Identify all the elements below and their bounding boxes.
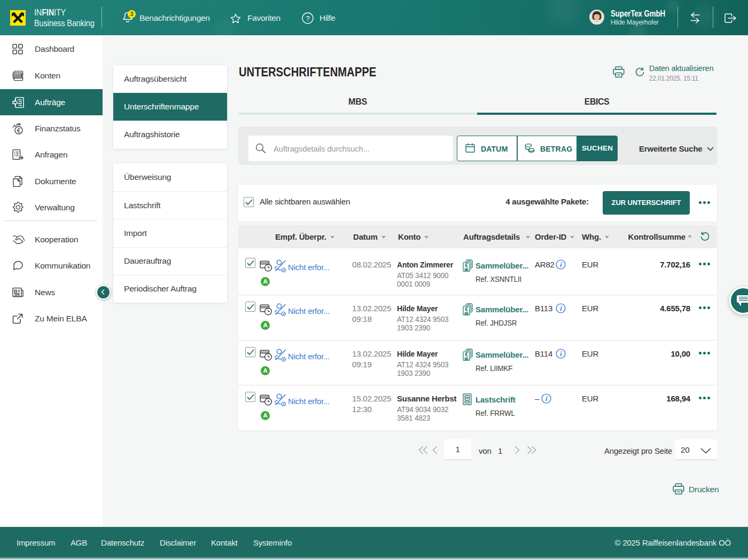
svg-text:i: i xyxy=(560,261,562,269)
svg-text:€: € xyxy=(465,351,468,358)
svg-text:i: i xyxy=(560,305,562,312)
svg-text:?: ? xyxy=(306,14,309,22)
svg-text:€: € xyxy=(465,306,468,312)
svg-text:i: i xyxy=(560,350,562,358)
svg-text:i: i xyxy=(546,395,548,403)
svg-text:€: € xyxy=(17,127,21,135)
svg-text:€: € xyxy=(465,262,468,269)
